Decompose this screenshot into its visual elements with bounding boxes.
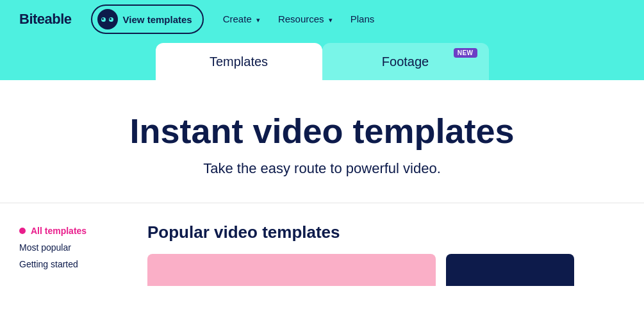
nav-item-plans[interactable]: Plans bbox=[351, 13, 375, 25]
card-preview-dark[interactable] bbox=[446, 254, 574, 286]
view-templates-button[interactable]: View templates bbox=[91, 4, 204, 34]
tabs-bar: Templates Footage NEW bbox=[0, 38, 644, 80]
nav-link-resources[interactable]: Resources ▾ bbox=[278, 13, 333, 24]
tab-templates-label: Templates bbox=[210, 55, 268, 69]
cards-row bbox=[147, 254, 625, 286]
resources-arrow: ▾ bbox=[329, 16, 333, 24]
sidebar-label-getting-started: Getting started bbox=[19, 259, 78, 269]
sidebar-dot bbox=[19, 228, 26, 234]
nav-links: Create ▾ Resources ▾ Plans bbox=[223, 13, 375, 25]
sidebar-item-most-popular[interactable]: Most popular bbox=[19, 239, 128, 256]
sidebar-item-all-templates[interactable]: All templates bbox=[19, 222, 128, 239]
card-preview-pink[interactable] bbox=[147, 254, 436, 286]
sidebar-label-all-templates: All templates bbox=[31, 226, 87, 236]
nav-item-create[interactable]: Create ▾ bbox=[223, 13, 260, 25]
header: Biteable View templates Create ▾ Resourc… bbox=[0, 0, 644, 38]
nav-item-resources[interactable]: Resources ▾ bbox=[278, 13, 333, 25]
nav-link-create[interactable]: Create ▾ bbox=[223, 13, 260, 24]
tab-footage-label: Footage bbox=[382, 55, 429, 69]
robot-face bbox=[101, 17, 113, 22]
sidebar: All templates Most popular Getting start… bbox=[0, 222, 128, 286]
robot-eye-left bbox=[101, 17, 106, 22]
main-content: Popular video templates bbox=[128, 222, 644, 286]
create-arrow: ▾ bbox=[256, 16, 260, 24]
hero-subheading: Take the easy route to powerful video. bbox=[13, 160, 631, 177]
tab-templates[interactable]: Templates bbox=[156, 43, 322, 80]
sidebar-label-most-popular: Most popular bbox=[19, 242, 71, 253]
tab-footage[interactable]: Footage NEW bbox=[322, 43, 489, 80]
hero-section: Instant video templates Take the easy ro… bbox=[0, 80, 644, 203]
popular-section-title: Popular video templates bbox=[147, 222, 625, 242]
view-templates-label: View templates bbox=[123, 14, 192, 25]
hero-heading: Instant video templates bbox=[13, 112, 631, 150]
robot-eye-right bbox=[109, 17, 113, 22]
nav-link-plans[interactable]: Plans bbox=[351, 13, 375, 24]
new-badge: NEW bbox=[454, 48, 477, 58]
sidebar-item-getting-started[interactable]: Getting started bbox=[19, 256, 128, 272]
robot-icon bbox=[97, 9, 118, 29]
content-area: All templates Most popular Getting start… bbox=[0, 203, 644, 286]
logo: Biteable bbox=[19, 11, 72, 28]
